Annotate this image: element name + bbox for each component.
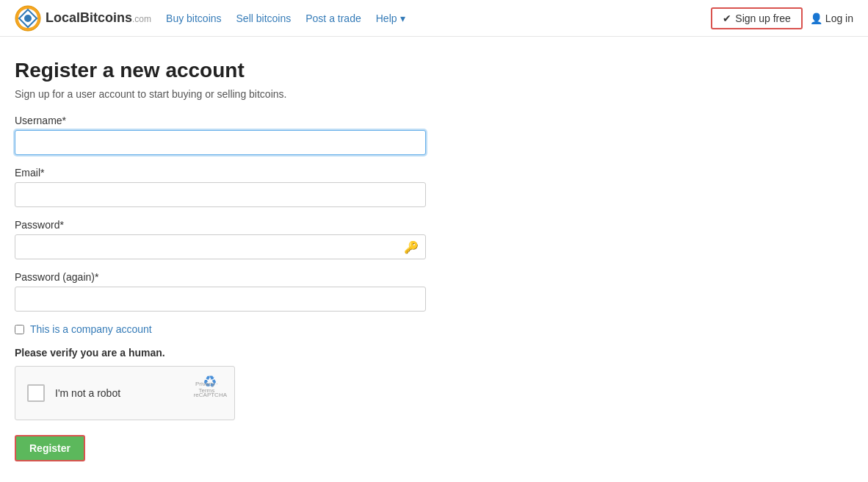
password-again-input[interactable] bbox=[15, 287, 426, 312]
password-again-label: Password (again)* bbox=[15, 271, 426, 283]
brand-logo[interactable]: LocalBitcoins.com bbox=[15, 5, 151, 32]
nav-right: ✔ Sign up free 👤 Log in bbox=[711, 7, 853, 29]
password-input[interactable] bbox=[15, 234, 426, 259]
nav-post-trade[interactable]: Post a trade bbox=[305, 12, 361, 24]
register-form: Username* Email* Password* 🔑 Password (a… bbox=[15, 115, 426, 461]
company-label: This is a company account bbox=[30, 323, 152, 335]
company-checkbox[interactable] bbox=[15, 325, 24, 334]
recaptcha-privacy-terms: Privacy · Terms bbox=[194, 381, 220, 394]
register-button[interactable]: Register bbox=[15, 435, 85, 461]
email-group: Email* bbox=[15, 167, 426, 207]
person-icon: 👤 bbox=[810, 12, 822, 24]
email-label: Email* bbox=[15, 167, 426, 179]
recaptcha-text: I'm not a robot bbox=[55, 387, 120, 399]
username-input[interactable] bbox=[15, 130, 426, 155]
brand-name: LocalBitcoins.com bbox=[46, 10, 151, 26]
page-subtitle: Sign up for a user account to start buyi… bbox=[15, 88, 426, 100]
recaptcha-checkbox[interactable] bbox=[27, 384, 45, 402]
login-button[interactable]: 👤 Log in bbox=[810, 12, 853, 24]
svg-point-2 bbox=[24, 15, 32, 22]
password-group: Password* 🔑 bbox=[15, 219, 426, 259]
nav-sell-bitcoins[interactable]: Sell bitcoins bbox=[236, 12, 292, 24]
main-content: Register a new account Sign up for a use… bbox=[0, 37, 441, 482]
recaptcha-widget[interactable]: I'm not a robot ♻ reCAPTCHA Privacy · Te… bbox=[15, 366, 235, 420]
logo-icon bbox=[15, 5, 41, 32]
check-icon: ✔ bbox=[723, 12, 731, 24]
nav-links: Buy bitcoins Sell bitcoins Post a trade … bbox=[166, 12, 711, 24]
password-again-group: Password (again)* bbox=[15, 271, 426, 312]
recaptcha-logo: ♻ reCAPTCHA Privacy · Terms bbox=[194, 373, 227, 398]
verify-label: Please verify you are a human. bbox=[15, 347, 426, 359]
signup-button[interactable]: ✔ Sign up free bbox=[711, 7, 803, 29]
password-wrapper: 🔑 bbox=[15, 234, 426, 259]
navbar: LocalBitcoins.com Buy bitcoins Sell bitc… bbox=[0, 0, 868, 37]
nav-buy-bitcoins[interactable]: Buy bitcoins bbox=[166, 12, 221, 24]
username-group: Username* bbox=[15, 115, 426, 155]
username-label: Username* bbox=[15, 115, 426, 126]
page-title: Register a new account bbox=[15, 59, 426, 82]
email-input[interactable] bbox=[15, 182, 426, 207]
password-label: Password* bbox=[15, 219, 426, 231]
company-checkbox-row: This is a company account bbox=[15, 323, 426, 335]
nav-help-dropdown[interactable]: Help ▾ bbox=[376, 12, 405, 24]
help-chevron-icon: ▾ bbox=[400, 12, 405, 24]
key-icon: 🔑 bbox=[404, 240, 419, 254]
